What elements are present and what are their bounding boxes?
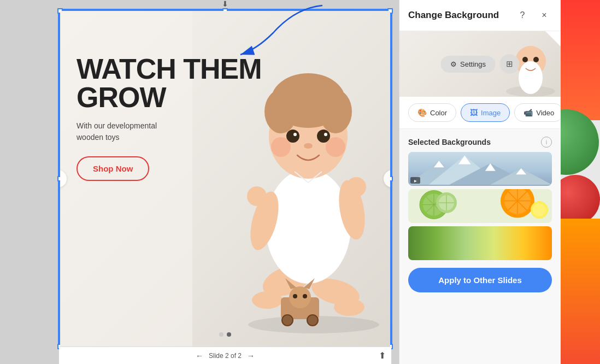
color-icon: 🎨 — [417, 108, 427, 117]
close-button[interactable]: × — [537, 8, 552, 23]
svg-point-61 — [533, 203, 546, 216]
headline: WATCH THEM GROW — [77, 55, 262, 111]
subheadline: With our developmental wooden toys — [77, 120, 262, 143]
filter-icon-button[interactable]: ⊞ — [500, 54, 520, 74]
svg-point-20 — [271, 137, 291, 157]
svg-point-5 — [334, 298, 364, 316]
decorative-sidebar — [561, 0, 600, 364]
selected-backgrounds-label: Selected Backgrounds — [408, 138, 491, 146]
bg-thumbnail-gradient[interactable] — [408, 226, 552, 260]
bg-thumbnail-fruits[interactable] — [408, 189, 552, 223]
svg-point-34 — [522, 57, 528, 62]
next-label-arrow[interactable]: → — [247, 351, 255, 360]
svg-point-22 — [304, 143, 313, 149]
dot-1[interactable] — [219, 332, 223, 337]
gear-icon: ⚙ — [450, 60, 457, 68]
svg-point-19 — [324, 133, 327, 136]
svg-point-21 — [326, 137, 345, 157]
shop-now-button[interactable]: Shop Now — [77, 156, 149, 181]
slide-dots — [219, 332, 231, 337]
svg-point-6 — [266, 169, 351, 284]
sliders-icon: ⊞ — [506, 59, 513, 69]
svg-point-33 — [519, 61, 543, 94]
selected-backgrounds-header: Selected Backgrounds i — [399, 129, 561, 152]
image-icon: 🖼 — [470, 108, 478, 117]
svg-point-9 — [247, 186, 267, 206]
video-badge-1 — [410, 177, 420, 184]
background-thumbnails — [399, 152, 561, 260]
svg-point-14 — [264, 90, 297, 133]
panel-background-preview: ⚙ Settings ⊞ — [399, 31, 561, 97]
svg-point-35 — [533, 57, 539, 62]
panel-header: Change Background ? × — [399, 0, 561, 31]
svg-point-15 — [319, 90, 352, 133]
tab-video[interactable]: 📹 Video — [514, 103, 561, 122]
info-icon-button[interactable]: i — [541, 137, 552, 148]
slide-label-bar: ← Slide 2 of 2 → ⬆ — [59, 347, 391, 364]
tab-image[interactable]: 🖼 Image — [461, 103, 510, 122]
svg-point-18 — [293, 133, 297, 136]
svg-point-10 — [346, 177, 366, 197]
svg-point-24 — [289, 286, 311, 308]
svg-point-4 — [252, 291, 283, 309]
settings-button[interactable]: ⚙ Settings — [440, 56, 496, 73]
panel-header-icons: ? × — [515, 8, 552, 23]
settings-overlay: ⚙ Settings ⊞ — [440, 54, 520, 74]
bg-thumbnail-mountain[interactable] — [408, 152, 552, 186]
tab-color[interactable]: 🎨 Color — [408, 103, 456, 122]
svg-point-27 — [293, 294, 297, 298]
change-background-panel: Change Background ? × ⚙ Setting — [399, 0, 561, 364]
dot-2[interactable] — [227, 332, 231, 337]
svg-point-30 — [307, 315, 318, 326]
svg-point-29 — [282, 315, 293, 326]
slide-container[interactable]: ⬇ ⬇ — [59, 10, 391, 348]
tab-bar: 🎨 Color 🖼 Image 📹 Video — [399, 97, 561, 129]
panel-title: Change Background — [408, 10, 499, 21]
help-button[interactable]: ? — [515, 8, 530, 23]
slide-text-area: WATCH THEM GROW With our developmental w… — [77, 55, 262, 181]
slide-label-text: Slide 2 of 2 — [209, 352, 242, 360]
svg-point-28 — [303, 294, 307, 298]
canvas-area: ⬇ ⬇ — [0, 0, 399, 364]
slide-content: WATCH THEM GROW With our developmental w… — [60, 11, 390, 347]
video-icon: 📹 — [523, 108, 533, 117]
apply-to-other-slides-button[interactable]: Apply to Other Slides — [408, 268, 552, 292]
prev-label-arrow[interactable]: ← — [196, 351, 203, 360]
download-handle-top[interactable]: ⬇ — [219, 0, 232, 9]
upload-icon[interactable]: ⬆ — [379, 350, 386, 361]
